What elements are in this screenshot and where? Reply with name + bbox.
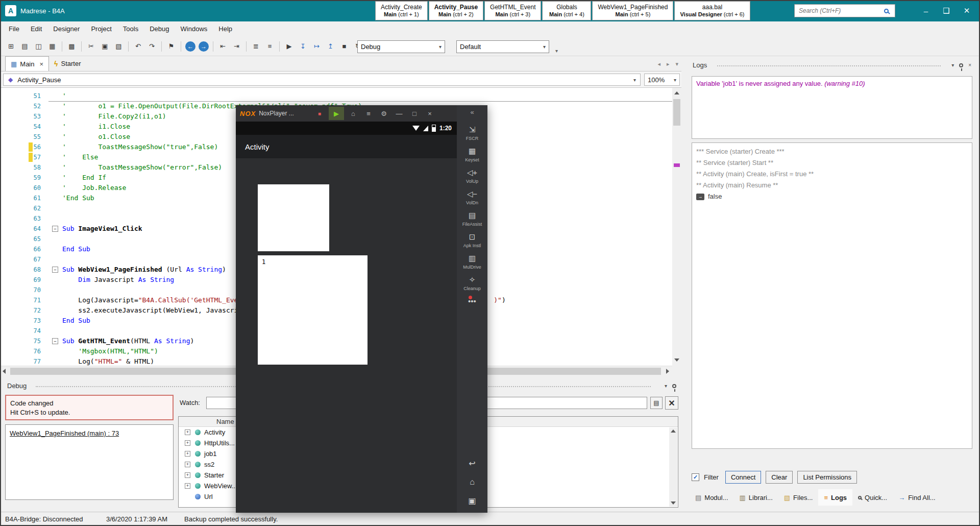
- toolbar-overflow-icon[interactable]: ▾: [555, 48, 558, 54]
- maximize-icon[interactable]: □: [408, 107, 421, 120]
- pane-tab-quick[interactable]: Quick...: [852, 489, 893, 506]
- noxplayer-window[interactable]: NOX NoxPlayer ... ■▶⌂≡⚙—□× 1:20 Activity…: [236, 105, 487, 513]
- editor-vertical-scrollbar[interactable]: [672, 88, 681, 366]
- code-text[interactable]: Sub GetHTML_Event(HTML As String): [62, 336, 194, 346]
- code-text[interactable]: ' ToastMessageShow("true",False): [62, 142, 218, 152]
- pane-tab-files[interactable]: ▧Files...: [778, 489, 819, 506]
- scroll-up-icon[interactable]: [671, 429, 676, 433]
- watch-table-scrollbar[interactable]: [669, 427, 677, 507]
- record-icon[interactable]: ■: [313, 107, 326, 120]
- expander-icon[interactable]: +: [185, 483, 190, 489]
- imageview-panel[interactable]: [258, 184, 329, 251]
- code-text[interactable]: 'End Sub: [62, 193, 94, 203]
- code-text[interactable]: Log("HTML=" & HTML): [62, 356, 154, 366]
- tab-starter[interactable]: ϟStarter: [49, 56, 86, 71]
- code-text[interactable]: ' Else: [62, 152, 98, 162]
- close-button[interactable]: ✕: [957, 0, 977, 21]
- sub-selector-dropdown[interactable]: ◆ Activity_Pause ▾: [3, 74, 641, 86]
- scroll-up-icon[interactable]: [674, 91, 679, 94]
- undo-button[interactable]: ↶: [132, 40, 144, 53]
- navigate-back-button[interactable]: ←: [185, 41, 195, 52]
- pane-tab-modul[interactable]: ▤Modul...: [690, 489, 734, 506]
- home-icon[interactable]: ⌂: [347, 107, 359, 120]
- quick-jump-tab[interactable]: GlobalsMain (ctrl + 4): [542, 1, 591, 20]
- code-text[interactable]: ' o1.Close: [62, 132, 130, 142]
- tabs-scroll-right[interactable]: ▸: [667, 61, 670, 67]
- menu-tools[interactable]: Tools: [117, 21, 144, 37]
- step-over-button[interactable]: ↦: [310, 40, 323, 53]
- scroll-down-icon[interactable]: [674, 358, 679, 362]
- menu-debug[interactable]: Debug: [144, 21, 175, 37]
- tab-main[interactable]: ▦Main×: [5, 56, 49, 71]
- navigate-forward-button[interactable]: →: [199, 41, 209, 52]
- expander-icon[interactable]: +: [185, 451, 190, 457]
- fold-toggle-icon[interactable]: −: [52, 267, 58, 273]
- more-button[interactable]: •••: [468, 297, 476, 306]
- close-panel-icon[interactable]: ×: [968, 62, 971, 68]
- expander-icon[interactable]: +: [185, 462, 190, 467]
- sidebar-collapse-icon[interactable]: «: [470, 108, 474, 119]
- multidrive-button[interactable]: ▥MulDrive: [463, 254, 481, 270]
- pane-tab-librari[interactable]: ▥Librari...: [734, 489, 778, 506]
- indent-button[interactable]: ⇥: [230, 40, 243, 53]
- apk-install-button[interactable]: ⊡Apk Instl: [463, 232, 481, 248]
- webview-panel[interactable]: 1: [258, 255, 368, 365]
- copy-button[interactable]: ▣: [99, 40, 111, 53]
- search-input[interactable]: [795, 7, 884, 14]
- cleanup-button[interactable]: ✧Cleanup: [463, 275, 481, 291]
- expander-icon[interactable]: +: [185, 429, 190, 435]
- save-all-button[interactable]: ▦: [46, 40, 59, 53]
- code-text[interactable]: ': [62, 91, 66, 101]
- search-icon[interactable]: [884, 9, 889, 13]
- save-button[interactable]: ◫: [32, 40, 45, 53]
- menu-designer[interactable]: Designer: [47, 21, 85, 37]
- volume-down-button[interactable]: ◁−VolDn: [466, 189, 478, 205]
- pin-icon[interactable]: [672, 384, 676, 388]
- code-text[interactable]: Sub ImageView1_Click: [62, 224, 142, 234]
- quick-jump-tab[interactable]: Activity_PauseMain (ctrl + 2): [429, 1, 483, 20]
- bookmark-button[interactable]: ⚑: [165, 40, 178, 53]
- menu-edit[interactable]: Edit: [25, 21, 47, 37]
- settings-icon[interactable]: ⚙: [378, 107, 390, 120]
- watch-copy-button[interactable]: ▤: [650, 397, 663, 409]
- expander-icon[interactable]: +: [185, 472, 190, 478]
- open-button[interactable]: ▤: [18, 40, 31, 53]
- menu-icon[interactable]: ≡: [362, 107, 375, 120]
- cut-button[interactable]: ✂: [85, 40, 97, 53]
- list-permissions-button[interactable]: List Permissions: [797, 471, 857, 484]
- new-button[interactable]: ⊞: [5, 40, 17, 53]
- fold-toggle-icon[interactable]: −: [52, 338, 58, 344]
- build-config-select[interactable]: Default ▾: [456, 40, 549, 53]
- menu-file[interactable]: File: [3, 21, 25, 37]
- quick-jump-tab[interactable]: GetHTML_EventMain (ctrl + 3): [484, 1, 541, 20]
- stack-frame-link[interactable]: WebView1_PageFinished (main) : 73: [10, 429, 119, 437]
- code-text[interactable]: ' i1.Close: [62, 122, 130, 132]
- minimize-button[interactable]: –: [916, 0, 936, 21]
- redo-button[interactable]: ↷: [145, 40, 158, 53]
- code-text[interactable]: ' ToastMessageShow("error",False): [62, 162, 222, 173]
- code-text[interactable]: ss2.executeJavascript(WebView1, Javascri…: [62, 305, 250, 316]
- code-text[interactable]: ' Job.Release: [62, 183, 126, 193]
- menu-help[interactable]: Help: [213, 21, 238, 37]
- pane-tab-logs[interactable]: ≡Logs: [818, 489, 852, 506]
- filter-checkbox[interactable]: ✓: [692, 473, 699, 481]
- collapse-panel-icon[interactable]: ▾: [951, 62, 954, 68]
- maximize-button[interactable]: ❑: [936, 0, 957, 21]
- code-text[interactable]: ' End If: [62, 173, 106, 183]
- collapse-panel-icon[interactable]: ▾: [665, 383, 667, 389]
- tabs-scroll-left[interactable]: ◂: [657, 61, 660, 67]
- run-button[interactable]: ▶: [283, 40, 296, 53]
- code-text[interactable]: Sub WebView1_PageFinished (Url As String…: [62, 265, 226, 275]
- scroll-right-icon[interactable]: [666, 369, 669, 374]
- pane-tab-findall[interactable]: →Find All...: [893, 489, 941, 506]
- scrollbar-thumb[interactable]: [673, 99, 680, 126]
- android-home-button[interactable]: ⌂: [470, 477, 475, 487]
- keyset-button[interactable]: ▦Keyset: [465, 147, 479, 162]
- noxplayer-titlebar[interactable]: NOX NoxPlayer ... ■▶⌂≡⚙—□×: [236, 105, 457, 122]
- menu-windows[interactable]: Windows: [175, 21, 213, 37]
- stop-button[interactable]: ■: [338, 40, 351, 53]
- android-recents-button[interactable]: ▣: [468, 496, 476, 506]
- watch-delete-button[interactable]: ✕: [665, 396, 678, 410]
- scroll-down-icon[interactable]: [671, 501, 676, 505]
- clear-button[interactable]: Clear: [766, 471, 793, 484]
